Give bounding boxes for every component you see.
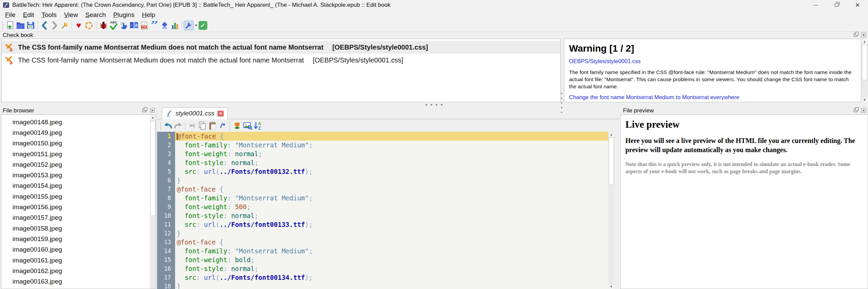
restore-button[interactable] [826, 0, 847, 10]
file-item[interactable]: image00163.jpeg [1, 276, 156, 287]
file-item[interactable]: image00159.jpeg [1, 234, 156, 244]
manage-fonts-ttf-icon[interactable]: TTF [139, 20, 149, 31]
file-item[interactable]: image00150.jpeg [1, 138, 156, 149]
pin-icon[interactable] [60, 20, 70, 31]
code-line[interactable]: 18} [157, 282, 608, 289]
donate-heart-icon[interactable]: ♥ [74, 20, 84, 31]
close-panel-icon[interactable]: ✕ [150, 108, 155, 113]
toolbar-drag-handle[interactable] [95, 21, 97, 30]
tab-close-icon[interactable]: ✕ [218, 111, 224, 116]
clips-icon[interactable] [159, 20, 170, 31]
file-item[interactable]: image00151.jpeg [1, 149, 156, 159]
menu-edit[interactable]: Edit [19, 11, 38, 19]
code-line[interactable]: 3 font-weight: normal; [157, 149, 608, 158]
check-results-list[interactable]: The CSS font-family name Montserrat Medi… [1, 39, 561, 102]
check-result-row[interactable]: The CSS font-family name Montserrat Medi… [2, 41, 560, 54]
save-icon[interactable] [25, 20, 36, 31]
menu-search[interactable]: Search [82, 11, 110, 19]
paste-icon[interactable] [207, 121, 218, 131]
float-panel-icon[interactable] [854, 33, 857, 37]
code-line[interactable]: 16 font-style: normal; [157, 264, 608, 273]
code-line[interactable]: 4 font-style: normal; [157, 158, 608, 167]
file-item[interactable]: image00152.jpeg [1, 159, 156, 170]
file-list[interactable]: ▲ image00148.jpegimage00149.jpegimage001… [1, 114, 156, 289]
file-item[interactable]: image00154.jpeg [1, 181, 156, 191]
check-book-bug-icon[interactable] [98, 20, 109, 31]
file-item[interactable]: image00155.jpeg [1, 191, 156, 202]
cut-icon[interactable]: ✂ [187, 121, 197, 131]
warning-scrollbar[interactable]: ▲ ▼ [862, 39, 868, 102]
code-line[interactable]: 5 src: url(../Fonts/font00132.ttf); [157, 167, 608, 176]
copy-icon[interactable] [197, 121, 207, 131]
code-line[interactable]: 6} [157, 176, 608, 185]
scrollbar-thumb[interactable] [150, 121, 155, 216]
file-item[interactable]: image00161.jpeg [1, 255, 156, 266]
plugins-wrench-button[interactable] [184, 21, 194, 30]
insert-special-character-icon[interactable] [232, 121, 242, 131]
scrollbar-thumb[interactable] [609, 138, 614, 185]
file-item[interactable]: image00160.jpeg [1, 245, 156, 255]
check-result-row[interactable]: The CSS font-family name Montserrat Medi… [2, 54, 560, 67]
toolbar-drag-handle[interactable] [2, 21, 4, 30]
undo-icon[interactable] [163, 121, 173, 131]
code-line[interactable]: 17 src: url(../Fonts/font00134.ttf); [157, 273, 608, 282]
insert-file-icon[interactable] [242, 121, 252, 131]
close-button[interactable]: ✕ [847, 0, 868, 10]
scroll-down-icon[interactable]: ▼ [862, 97, 868, 102]
back-icon[interactable] [39, 20, 50, 31]
file-item[interactable]: image00164.jpeg [1, 287, 156, 289]
code-line[interactable]: 7@font-face { [157, 185, 608, 194]
horizontal-splitter[interactable] [0, 103, 868, 107]
toolbar-drag-handle[interactable] [159, 121, 162, 130]
tab-style0001-css[interactable]: style0001.css ✕ [162, 107, 228, 119]
float-panel-icon[interactable] [143, 109, 146, 112]
validate-check-icon[interactable]: ✓ [198, 20, 208, 31]
code-line[interactable]: 13@font-face { [157, 238, 608, 247]
spellcheck-icon[interactable]: ABC [109, 20, 119, 31]
editor-scrollbar[interactable]: ▲ ▼ [608, 132, 614, 289]
menu-view[interactable]: View [60, 11, 82, 19]
scroll-down-icon[interactable]: ▼ [608, 284, 614, 289]
close-panel-icon[interactable]: ✕ [861, 108, 866, 113]
toolbar-drag-handle[interactable] [229, 121, 231, 130]
menu-file[interactable]: File [1, 11, 19, 19]
code-line[interactable]: 15 font-weight: bold; [157, 255, 608, 264]
menu-plugins[interactable]: Plugins [110, 11, 138, 19]
code-line[interactable]: 9 font-weight: 500; [157, 202, 608, 211]
code-line[interactable]: 11 src: url(../Fonts/font00133.ttf); [157, 220, 608, 229]
new-epub-icon[interactable] [5, 20, 15, 31]
scroll-up-icon[interactable]: ▲ [608, 132, 614, 137]
warning-action-link[interactable]: Change the font name Montserrat Medium t… [569, 94, 856, 101]
code-line[interactable]: 2 font-family: "Montserrat Medium"; [157, 141, 608, 149]
menu-help[interactable]: Help [138, 11, 159, 19]
minimize-button[interactable] [805, 0, 826, 10]
reformat-css-icon[interactable]: AZ [252, 121, 263, 131]
forward-icon[interactable] [50, 20, 60, 31]
menu-tools[interactable]: Tools [38, 11, 60, 19]
file-item[interactable]: image00156.jpeg [1, 202, 156, 212]
file-item[interactable]: image00148.jpeg [1, 117, 156, 127]
file-list-scrollbar[interactable]: ▲ [150, 115, 156, 289]
code-line[interactable]: 8 font-family: "Montserrat Medium"; [157, 194, 608, 202]
code-line[interactable]: 14 font-family: "Montserrat Medium"; [157, 247, 608, 255]
scrollbar-thumb[interactable] [862, 44, 867, 80]
code-line[interactable]: 12} [157, 229, 608, 238]
code-line[interactable]: 1@font-face { [157, 132, 608, 141]
mend-hand-icon[interactable] [119, 20, 129, 31]
float-panel-icon[interactable] [854, 109, 857, 112]
mark-selection-regex-icon[interactable]: /* [218, 121, 228, 131]
file-item[interactable]: image00157.jpeg [1, 213, 156, 223]
file-item[interactable]: image00158.jpeg [1, 223, 156, 234]
file-item[interactable]: image00153.jpeg [1, 170, 156, 180]
warning-file-link[interactable]: OEBPS/Styles/style0001.css [569, 58, 856, 65]
file-item[interactable]: image00149.jpeg [1, 127, 156, 138]
code-line[interactable]: 10 font-style: normal; [157, 211, 608, 220]
community-lifebuoy-icon[interactable] [84, 20, 94, 31]
file-item[interactable]: image00162.jpeg [1, 266, 156, 276]
mend-book-icon[interactable]: A~ [129, 20, 139, 31]
open-epub-icon[interactable] [15, 20, 25, 31]
close-panel-icon[interactable]: ✕ [861, 33, 866, 37]
reports-icon[interactable] [170, 20, 180, 31]
redo-icon[interactable] [173, 121, 183, 131]
smart-quotes-icon[interactable]: ” [149, 20, 159, 31]
